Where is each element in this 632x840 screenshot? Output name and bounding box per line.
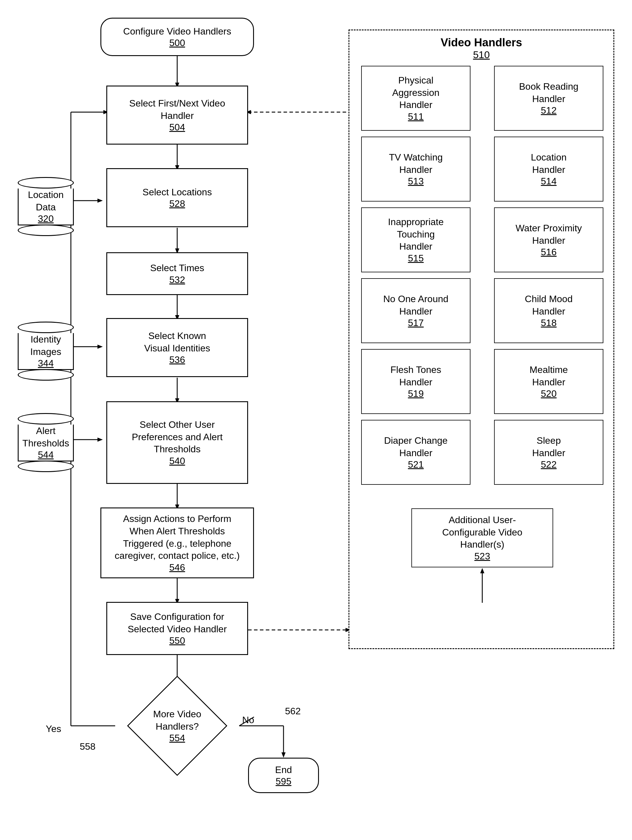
assign-actions-node: Assign Actions to PerformWhen Alert Thre… (100, 507, 254, 578)
select-handler-node: Select First/Next VideoHandler 504 (106, 85, 248, 145)
handler-no-one-around: No One AroundHandler 517 (361, 278, 470, 343)
handler-child-mood: Child MoodHandler 518 (494, 278, 603, 343)
yes-label: Yes (46, 723, 61, 735)
video-handlers-title: Video Handlers 510 (349, 36, 613, 60)
handler-tv-watching: TV WatchingHandler 513 (361, 137, 470, 202)
alert-thresholds-cylinder: AlertThresholds 544 (18, 413, 74, 472)
no-label: No (242, 714, 254, 726)
handler-sleep: SleepHandler 522 (494, 420, 603, 485)
svg-marker-27 (97, 344, 103, 349)
handler-location: LocationHandler 514 (494, 137, 603, 202)
no-ref: 562 (285, 705, 301, 718)
svg-marker-25 (97, 199, 103, 203)
location-data-cylinder: LocationData 320 (18, 177, 74, 236)
svg-marker-19 (282, 752, 285, 758)
yes-ref: 558 (80, 741, 95, 753)
svg-marker-29 (97, 437, 103, 442)
flowchart-diagram: Configure Video Handlers 500 Select Firs… (0, 0, 632, 840)
select-times-node: Select Times 532 (106, 252, 248, 295)
select-prefs-node: Select Other UserPreferences and AlertTh… (106, 401, 248, 484)
handler-physical-aggression: PhysicalAggressionHandler 511 (361, 66, 470, 131)
save-config-node: Save Configuration forSelected Video Han… (106, 602, 248, 655)
select-identities-node: Select KnownVisual Identities 536 (106, 318, 248, 377)
handler-additional: Additional User-Configurable VideoHandle… (412, 508, 553, 567)
handler-water-proximity: Water ProximityHandler 516 (494, 207, 603, 272)
configure-node: Configure Video Handlers 500 (100, 18, 254, 56)
handler-diaper-change: Diaper ChangeHandler 521 (361, 420, 470, 485)
select-locations-node: Select Locations 528 (106, 168, 248, 227)
svg-marker-35 (480, 568, 484, 573)
end-node: End 595 (248, 758, 319, 793)
more-handlers-diamond: More VideoHandlers? 554 (115, 687, 239, 764)
handler-mealtime: MealtimeHandler 520 (494, 349, 603, 414)
handler-book-reading: Book ReadingHandler 512 (494, 66, 603, 131)
handler-inappropriate-touching: InappropriateTouchingHandler 515 (361, 207, 470, 272)
video-handlers-box: Video Handlers 510 PhysicalAggressionHan… (348, 30, 614, 649)
identity-images-cylinder: IdentityImages 344 (18, 322, 74, 381)
handler-flesh-tones: Flesh TonesHandler 519 (361, 349, 470, 414)
